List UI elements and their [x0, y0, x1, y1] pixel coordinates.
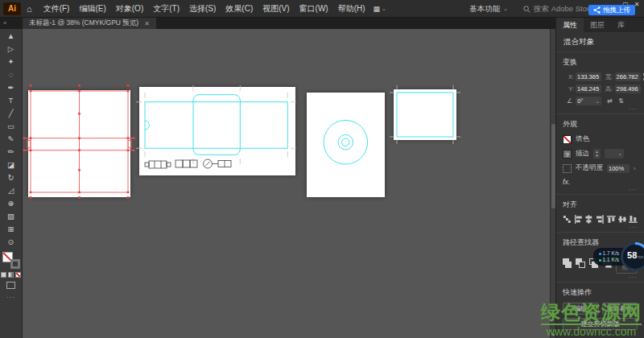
- tab-layers[interactable]: 图层: [584, 18, 611, 32]
- stroke-weight-stepper[interactable]: ▴▾: [593, 149, 601, 159]
- pencil-tool[interactable]: ✏: [2, 146, 21, 159]
- ping-unit: ms: [638, 254, 643, 259]
- draw-mode-icon[interactable]: [6, 282, 15, 289]
- document-tab[interactable]: 未标题-1 @ 38% (CMYK/GPU 预览) ✕: [23, 18, 156, 29]
- rotate-tool[interactable]: ↻: [2, 171, 21, 184]
- align-top-icon[interactable]: [607, 215, 616, 224]
- menu-select[interactable]: 选择(S): [184, 0, 221, 18]
- paintbrush-tool[interactable]: ✎: [2, 133, 21, 146]
- selection-tool[interactable]: ▲: [2, 30, 21, 43]
- stroke-weight-field[interactable]: ⌄: [605, 149, 624, 159]
- menu-list: 文件(F)编辑(E)对象(O)文字(T)选择(S)效果(C)视图(V)窗口(W)…: [39, 0, 370, 18]
- menu-object[interactable]: 对象(O): [111, 0, 148, 18]
- rectangle-tool[interactable]: ▭: [2, 120, 21, 133]
- more-options-icon[interactable]: ···: [629, 274, 638, 281]
- color-mode-row: [1, 272, 21, 278]
- menu-edit[interactable]: 编辑(E): [74, 0, 110, 18]
- none-mode-icon[interactable]: [15, 272, 21, 278]
- home-icon[interactable]: ⌂: [27, 4, 32, 14]
- opacity-field[interactable]: 100%: [607, 164, 630, 173]
- opacity-options-icon[interactable]: ›: [634, 165, 636, 172]
- pathfinder-minus-front-icon[interactable]: [576, 258, 584, 268]
- artboard-4[interactable]: [394, 89, 456, 140]
- collapse-panel-icon[interactable]: «: [0, 18, 23, 29]
- menu-file[interactable]: 文件(F): [39, 0, 75, 18]
- artboard-tool[interactable]: ⊞: [2, 223, 21, 236]
- menu-type[interactable]: 文字(T): [148, 0, 184, 18]
- rotation-field[interactable]: 0° ⌄: [576, 97, 601, 105]
- menu-window[interactable]: 窗口(W): [295, 0, 333, 18]
- upload-speed: 1.7: [603, 250, 610, 257]
- red-dieline-graphic: [22, 84, 137, 204]
- fill-color-swatch[interactable]: [563, 135, 572, 144]
- ping-indicator[interactable]: 58 ms: [621, 242, 644, 271]
- align-right-icon[interactable]: [596, 215, 605, 224]
- more-options-icon[interactable]: ···: [629, 105, 638, 113]
- more-options-icon[interactable]: ···: [629, 224, 638, 231]
- watermark-url: www.downcc.com: [541, 324, 642, 337]
- direct-selection-tool[interactable]: ▷: [2, 43, 21, 56]
- chevron-down-icon: ⌄: [617, 150, 622, 157]
- align-to-selection-icon[interactable]: [563, 215, 572, 224]
- x-field[interactable]: 133.365: [576, 72, 601, 81]
- more-options-icon[interactable]: ···: [629, 186, 638, 193]
- search-placeholder: 搜索 Adobe Stock: [534, 4, 595, 14]
- shape-builder-tool[interactable]: ⊕: [2, 197, 21, 210]
- menu-effect[interactable]: 效果(C): [221, 0, 258, 18]
- y-field[interactable]: 148.245: [576, 84, 601, 93]
- artboard-2[interactable]: [139, 87, 295, 175]
- align-left-icon[interactable]: [574, 215, 583, 224]
- panel-tabs: 属性 图层 库: [556, 18, 644, 32]
- app-logo-icon[interactable]: Ai: [3, 2, 21, 15]
- canvas[interactable]: ▾: [23, 29, 555, 338]
- appearance-section: 外观 填色 ? 描边 ▴▾ ⌄ 不透明度 100% › fx. ···: [556, 114, 644, 195]
- stroke-swatch[interactable]: [10, 259, 20, 269]
- magic-wand-tool[interactable]: ✦: [2, 56, 21, 68]
- ping-value: 58: [627, 251, 637, 260]
- arrange-documents-icon[interactable]: ▦ ⌄: [374, 5, 386, 13]
- upload-unit: K/s: [612, 250, 619, 257]
- selection-type-label: 混合对象: [556, 32, 644, 52]
- flip-horizontal-icon[interactable]: ⇄: [607, 97, 613, 105]
- close-tab-icon[interactable]: ✕: [144, 20, 150, 27]
- artboard-1[interactable]: [28, 90, 130, 197]
- gradient-mode-icon[interactable]: [8, 272, 14, 278]
- tab-libraries[interactable]: 库: [611, 18, 631, 32]
- line-segment-tool[interactable]: ╱: [2, 107, 21, 120]
- watermark: 绿色资源网 www.downcc.com: [541, 303, 642, 337]
- scale-tool[interactable]: ◿: [2, 184, 21, 197]
- artboard-3[interactable]: [307, 93, 385, 197]
- drag-upload-button[interactable]: 拖拽上传: [588, 5, 635, 15]
- workspace-switcher[interactable]: 基本功能 ⌄: [469, 0, 508, 18]
- stroke-color-swatch[interactable]: ?: [563, 150, 572, 159]
- align-center-vertical-icon[interactable]: [618, 215, 627, 224]
- disc-graphic: [307, 93, 385, 197]
- color-mode-icon[interactable]: [1, 272, 6, 278]
- flip-vertical-icon[interactable]: ⇅: [618, 97, 624, 105]
- search-icon: [523, 6, 530, 13]
- menu-view[interactable]: 视图(V): [258, 0, 294, 18]
- effects-fx-icon[interactable]: fx.: [563, 178, 571, 186]
- pen-tool[interactable]: ✒: [2, 81, 21, 94]
- pathfinder-unite-icon[interactable]: [563, 258, 572, 268]
- menu-help[interactable]: 帮助(H): [333, 0, 370, 18]
- share-icon: [593, 6, 601, 14]
- net-speed-overlay[interactable]: 1.7 K/s 1.1 K/s 58 ms: [593, 242, 644, 271]
- upload-dot-icon: [599, 253, 601, 255]
- eraser-tool[interactable]: ◪: [2, 159, 21, 171]
- align-center-horizontal-icon[interactable]: [584, 215, 593, 224]
- zoom-tool[interactable]: ⊙: [2, 236, 21, 249]
- download-speed: 1.1: [603, 257, 610, 263]
- type-tool[interactable]: T: [2, 94, 21, 107]
- canvas-vertical-scrollbar[interactable]: ▾: [550, 29, 555, 338]
- gradient-tool[interactable]: ▨: [2, 210, 21, 223]
- height-field[interactable]: 298.496: [615, 84, 641, 93]
- illustrator-window: Ai ⌂ 文件(F)编辑(E)对象(O)文字(T)选择(S)效果(C)视图(V)…: [0, 0, 644, 338]
- tab-properties[interactable]: 属性: [556, 18, 584, 32]
- menubar: Ai ⌂ 文件(F)编辑(E)对象(O)文字(T)选择(S)效果(C)视图(V)…: [0, 0, 644, 18]
- width-field[interactable]: 266.782: [615, 72, 641, 81]
- align-bottom-icon[interactable]: [629, 215, 638, 224]
- lasso-tool[interactable]: ◌: [2, 68, 21, 81]
- edit-toolbar-icon[interactable]: ···: [6, 294, 15, 301]
- document-title: 未标题-1 @ 38% (CMYK/GPU 预览): [29, 19, 138, 28]
